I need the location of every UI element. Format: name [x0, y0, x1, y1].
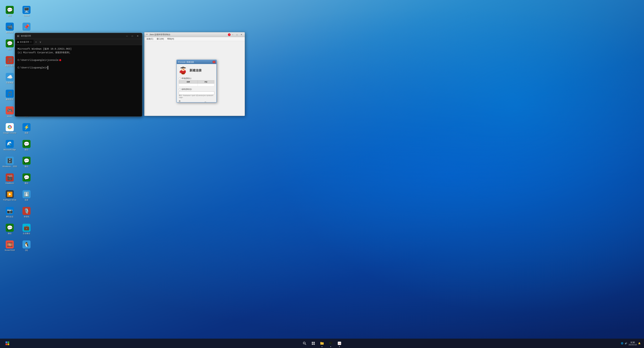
cmd-maximize-btn[interactable]: □	[130, 34, 135, 38]
desktop-icon-wechat6[interactable]: 💬 微信	[18, 171, 34, 187]
cmd-tab[interactable]: ▶ 命令提示符 ✕	[16, 40, 34, 44]
jconsole-content: 新建连接 本地进程(L): 名称 PID	[177, 64, 216, 102]
desktop-icon-wechat5[interactable]: 💬 微信	[18, 154, 34, 170]
jconsole-local-radio-label: 本地进程(L):	[179, 77, 214, 80]
desktop-icon-winadmin[interactable]: 🗄️ WinAdmin... 2020	[2, 154, 18, 170]
desktop-icon-wechat1[interactable]: 💬 微信	[2, 3, 18, 19]
svg-point-4	[9, 127, 10, 128]
java-red-badge: 2	[228, 33, 230, 36]
qywx-icon: 💼	[22, 224, 30, 232]
java-menu-help[interactable]: 帮助(H)	[166, 37, 176, 41]
netease-icon: 🎵	[6, 56, 14, 64]
cmd-tab-nav[interactable]: ∨	[38, 40, 42, 43]
cmd-close-btn[interactable]: ✕	[135, 34, 140, 38]
desktop-icon-label: PotPlayer 64 bit	[3, 199, 16, 201]
desktop-icon-meeting2[interactable]: 📷 腾讯会议	[2, 204, 18, 221]
svg-rect-20	[314, 342, 315, 343]
aiwalo-icon: 🎮	[6, 106, 14, 114]
desktop-icon-label: 网易云音乐	[5, 65, 14, 67]
desktop-icon-label: 百度网盘	[6, 82, 14, 84]
java-maximize-btn[interactable]: □	[235, 33, 239, 36]
cmd-titlebar-controls: ─ □ ✕	[124, 34, 140, 38]
desktop-icon-xunlei2[interactable]: ⬇️ 迅雷	[18, 188, 34, 204]
desktop-icon-label: ToDesk	[24, 14, 30, 17]
jconsole-password-label: 口令(P):	[204, 101, 207, 103]
jconsole-hint: 用法: <hostname>:<port> 或 service:jmx:<pro…	[179, 94, 214, 98]
cmd-line-2: (c) Microsoft Corporation。保留所有权利。	[18, 51, 139, 54]
cmd-tab-close[interactable]: ✕	[30, 41, 32, 43]
desktop-icon-screentogif[interactable]: 🎞️ ScreenToGif	[2, 238, 18, 254]
vidamorim-icon: 🎬	[6, 173, 14, 181]
meeting2-icon: 📷	[6, 207, 14, 215]
desktop-icon-potplayer[interactable]: ▶️ PotPlayer 64 bit	[2, 188, 18, 204]
taskbar-java-btn[interactable]: Java	[336, 339, 344, 347]
java-close-btn[interactable]: ✕	[239, 33, 243, 36]
dingding-icon: 📌	[22, 23, 30, 31]
wechat-icon: 💬	[6, 6, 14, 14]
cmd-title-text: 命令提示符	[21, 34, 123, 37]
desktop-icon-label: WinAdmin... 2020	[2, 165, 17, 168]
svg-line-18	[305, 344, 306, 345]
recorder-icon: 🎙️	[22, 207, 30, 215]
desktop-icon-label: 录音机	[24, 216, 29, 218]
desktop-icon-label: 微信	[8, 232, 12, 235]
qq-icon: 🐧	[22, 240, 30, 249]
jconsole-close-btn[interactable]: ✕	[213, 61, 215, 63]
desktop-icon-label: 企业微信	[23, 232, 30, 235]
duke-mascot	[179, 66, 188, 75]
jconsole-col-name: 名称	[179, 80, 198, 84]
desktop-icon-label: 微信	[8, 48, 12, 50]
taskbar-volume-icon: 🔊	[625, 342, 627, 345]
desktop-icon-wechat4[interactable]: 💬 微信	[18, 137, 34, 153]
screentogif-icon: 🎞️	[6, 240, 14, 249]
desktop-icon-qywx[interactable]: 💼 企业微信	[18, 221, 34, 237]
java-menu-window[interactable]: 窗口(W)	[155, 37, 165, 41]
cmd-titlebar[interactable]: ▶ 命令提示符 ─ □ ✕	[15, 33, 142, 39]
taskbar-network-icon: 🌐	[621, 342, 623, 345]
xunlei2-icon: ⬇️	[22, 190, 30, 198]
jconsole-remote-input[interactable]	[179, 91, 214, 94]
java-minimize-btn[interactable]: ─	[230, 33, 234, 36]
svg-text:Java: Java	[338, 343, 341, 344]
cmd-add-tab-btn[interactable]: +	[34, 40, 38, 43]
java-titlebar[interactable]: ☕ Java 监视和管理控制台 2 ─ □ ✕	[144, 32, 245, 37]
jconsole-header: 新建连接	[179, 66, 214, 75]
jconsole-remote-radio[interactable]	[179, 88, 181, 90]
jconsole-remote-process-section: 远程进程(Q): 用法: <hostname>:<port> 或 service…	[179, 88, 214, 98]
taskbar-taskview-btn[interactable]	[309, 339, 317, 347]
taskbar-time: 9:30	[628, 341, 637, 344]
jconsole-titlebar[interactable]: JConsole: 新建连接 ✕	[177, 60, 216, 64]
desktop-icon-wechat7[interactable]: 💬 微信	[2, 221, 18, 237]
svg-rect-22	[314, 344, 315, 345]
taskbar-explorer-btn[interactable]	[318, 339, 326, 347]
jconsole-remote-radio-label: 远程进程(Q):	[179, 88, 214, 90]
jconsole-process-pid	[198, 84, 214, 86]
jconsole-process-row	[179, 84, 214, 86]
taskbar-notification-icon[interactable]: 🔔	[638, 342, 641, 345]
taskbar-search-btn[interactable]	[300, 339, 308, 347]
svg-rect-21	[312, 344, 313, 345]
taskbar: >_ Java 🌐 🔊 9:30 2023/1/10 🔔	[0, 339, 644, 348]
taskbar-right: 🌐 🔊 9:30 2023/1/10 🔔	[621, 341, 641, 346]
wechat2-icon: 💬	[6, 39, 14, 47]
taskbar-cmd-btn[interactable]: >_	[327, 339, 335, 347]
desktop-icon-todesk[interactable]: 🖥️ ToDesk	[18, 3, 34, 19]
desktop-icon-label: 腾讯会议	[6, 31, 14, 33]
jconsole-local-radio[interactable]	[179, 77, 181, 79]
desktop-icon-label: Google Chrome	[3, 132, 16, 134]
cmd-minimize-btn[interactable]: ─	[124, 34, 129, 38]
chrome-icon	[6, 123, 14, 131]
jconsole-process-table: 名称 PID	[179, 80, 214, 86]
potplayer-icon: ▶️	[6, 190, 14, 198]
desktop-icon-chrome[interactable]: Google Chrome	[2, 121, 18, 137]
taskbar-datetime[interactable]: 9:30 2023/1/10	[628, 341, 637, 346]
desktop-icon-edge[interactable]: 🌊 Microsoft Edge	[2, 137, 18, 153]
java-titlebar-controls: ─ □ ✕	[230, 33, 243, 36]
desktop-icon-vidamorim[interactable]: 🎬 VidaMorim	[2, 171, 18, 187]
desktop-icon-xunlei[interactable]: ⚡ 迅雷	[18, 121, 34, 137]
cmd-red-dot	[59, 59, 61, 61]
java-menu-connection[interactable]: 连接(C)	[145, 37, 155, 41]
desktop-icon-recorder[interactable]: 🎙️ 录音机	[18, 204, 34, 221]
desktop-icon-qq[interactable]: 🐧 QQ	[18, 238, 34, 254]
start-button[interactable]	[3, 339, 12, 347]
